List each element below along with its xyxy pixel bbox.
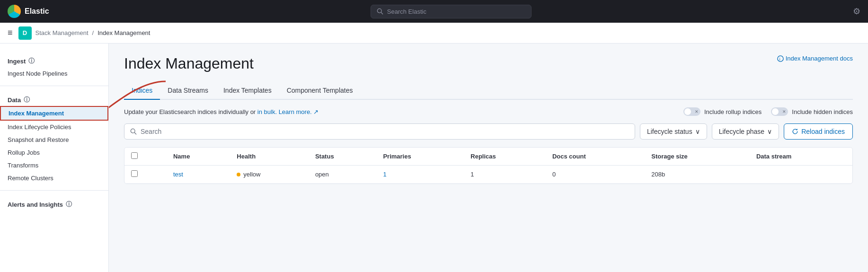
row-data-stream <box>750 166 852 184</box>
search-icon <box>377 8 383 15</box>
toggle-hidden-label: Include hidden indices <box>792 108 853 115</box>
lifecycle-phase-filter[interactable]: Lifecycle phase ∨ <box>712 123 779 140</box>
search-input[interactable] <box>141 128 629 135</box>
search-bar[interactable]: Search Elastic <box>371 5 531 18</box>
table-container: Name Health Status Primaries Replicas Do… <box>124 147 853 184</box>
table-row: test yellow open 1 1 0 208b <box>124 166 852 184</box>
sidebar-item-rollup-jobs[interactable]: Rollup Jobs <box>0 146 108 159</box>
th-docs-count: Docs count <box>546 148 645 166</box>
page-title: Index Management <box>124 55 254 72</box>
th-replicas: Replicas <box>464 148 546 166</box>
toggle-rollup-x: ✕ <box>695 109 699 114</box>
sidebar-item-ingest-node-pipelines[interactable]: Ingest Node Pipelines <box>0 67 108 80</box>
info-bulk-link[interactable]: in bulk. <box>257 108 277 115</box>
row-primaries: 1 <box>376 166 464 184</box>
row-checkbox <box>124 166 167 184</box>
sidebar-item-transforms[interactable]: Transforms <box>0 159 108 172</box>
th-data-stream: Data stream <box>750 148 852 166</box>
data-help-icon[interactable]: ⓘ <box>24 96 30 104</box>
toggle-rollup-switch[interactable]: ✕ <box>683 107 700 116</box>
lifecycle-status-filter[interactable]: Lifecycle status ∨ <box>640 123 707 140</box>
svg-line-1 <box>381 12 383 14</box>
sidebar-section-alerts: Alerts and Insights ⓘ <box>0 196 108 211</box>
th-checkbox <box>124 148 167 166</box>
learn-more-link[interactable]: Learn more. ↗ <box>279 108 319 115</box>
svg-point-3 <box>778 55 783 61</box>
top-navigation: Elastic Search Elastic ⚙ <box>0 0 868 23</box>
hamburger-menu[interactable]: ≡ <box>8 28 13 38</box>
table-body: test yellow open 1 1 0 208b <box>124 166 852 184</box>
sidebar-section-data-label: Data <box>8 97 21 104</box>
svg-text:i: i <box>779 56 780 61</box>
reload-label: Reload indices <box>801 128 845 135</box>
th-name: Name <box>167 148 230 166</box>
search-bar-container: Search Elastic <box>57 5 845 18</box>
alerts-help-icon[interactable]: ⓘ <box>66 200 72 209</box>
user-badge: D <box>18 26 32 40</box>
annotation-arrow <box>109 72 189 129</box>
reload-indices-button[interactable]: Reload indices <box>784 123 853 140</box>
search-placeholder: Search Elastic <box>387 8 426 15</box>
sidebar-item-snapshot-restore[interactable]: Snapshot and Restore <box>0 133 108 146</box>
indices-table: Name Health Status Primaries Replicas Do… <box>124 148 852 184</box>
docs-icon: i <box>777 55 784 62</box>
breadcrumb-current: Index Management <box>97 29 150 36</box>
sidebar-item-remote-clusters[interactable]: Remote Clusters <box>0 172 108 184</box>
logo-text: Elastic <box>25 7 49 16</box>
row-docs-count: 0 <box>546 166 645 184</box>
search-row: Lifecycle status ∨ Lifecycle phase ∨ Rel… <box>124 123 853 140</box>
th-primaries: Primaries <box>376 148 464 166</box>
info-bar: Update your Elasticsearch indices indivi… <box>124 107 853 116</box>
sidebar-item-index-lifecycle-policies[interactable]: Index Lifecycle Policies <box>0 121 108 133</box>
toggle-rollup-label: Include rollup indices <box>704 108 762 115</box>
logo-area: Elastic <box>8 5 49 18</box>
health-indicator: yellow <box>237 171 260 178</box>
sidebar-section-ingest-label: Ingest <box>8 58 26 65</box>
tabs-container: Indices Data Streams Index Templates Com… <box>124 82 853 100</box>
ingest-help-icon[interactable]: ⓘ <box>28 57 35 65</box>
main-layout: Ingest ⓘ Ingest Node Pipelines Data ⓘ In… <box>0 44 868 272</box>
row-health: yellow <box>230 166 309 184</box>
breadcrumb-bar: ≡ D Stack Management / Index Management <box>0 23 868 44</box>
lifecycle-status-label: Lifecycle status <box>647 128 692 135</box>
lifecycle-phase-label: Lifecycle phase <box>719 128 765 135</box>
toggle-hidden-item: ✕ Include hidden indices <box>771 107 853 116</box>
index-name-link[interactable]: test <box>173 171 183 178</box>
lifecycle-phase-chevron: ∨ <box>767 128 772 135</box>
search-input-icon <box>130 128 137 135</box>
toggles-group: ✕ Include rollup indices ✕ Include hidde… <box>683 107 853 116</box>
sidebar: Ingest ⓘ Ingest Node Pipelines Data ⓘ In… <box>0 44 109 272</box>
search-input-container[interactable] <box>124 123 635 140</box>
page-header: Index Management i Index Management docs <box>124 55 853 72</box>
th-health: Health <box>230 148 309 166</box>
svg-line-6 <box>134 132 136 134</box>
row-replicas: 1 <box>464 166 546 184</box>
row-select-checkbox[interactable] <box>131 170 138 177</box>
toggle-rollup-item: ✕ Include rollup indices <box>683 107 762 116</box>
sidebar-item-index-management[interactable]: Index Management <box>0 106 108 121</box>
toggle-hidden-switch[interactable]: ✕ <box>771 107 788 116</box>
row-status: open <box>309 166 377 184</box>
table-header-row: Name Health Status Primaries Replicas Do… <box>124 148 852 166</box>
content-area: Index Management i Index Management docs… <box>109 44 868 272</box>
info-text: Update your Elasticsearch indices indivi… <box>124 108 319 115</box>
docs-link[interactable]: i Index Management docs <box>777 55 853 62</box>
row-storage-size: 208b <box>645 166 750 184</box>
health-label: yellow <box>243 171 260 178</box>
toggle-hidden-x: ✕ <box>782 109 786 114</box>
tab-data-streams[interactable]: Data Streams <box>160 82 216 100</box>
nav-right: ⚙ <box>853 6 860 17</box>
settings-icon[interactable]: ⚙ <box>853 6 860 17</box>
breadcrumb-parent[interactable]: Stack Management <box>35 29 89 36</box>
primaries-link[interactable]: 1 <box>383 171 386 178</box>
th-status: Status <box>309 148 377 166</box>
tab-index-templates[interactable]: Index Templates <box>216 82 279 100</box>
yellow-dot <box>237 173 240 176</box>
sidebar-section-data: Data ⓘ <box>0 92 108 106</box>
tab-indices[interactable]: Indices <box>124 82 160 100</box>
elastic-logo <box>8 5 21 18</box>
tab-component-templates[interactable]: Component Templates <box>279 82 361 100</box>
select-all-checkbox[interactable] <box>131 152 138 159</box>
sidebar-divider-2 <box>0 190 108 191</box>
docs-link-text: Index Management docs <box>786 55 853 62</box>
